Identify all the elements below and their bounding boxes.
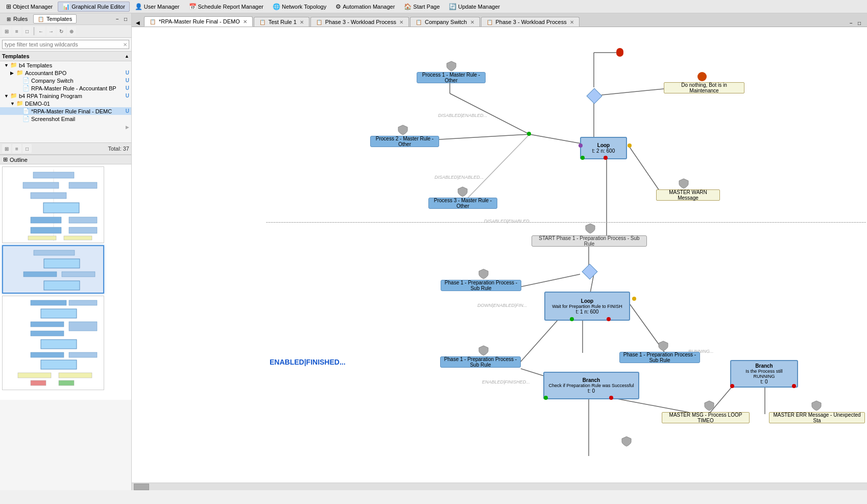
svg-rect-18 xyxy=(69,300,97,305)
canvas-area[interactable]: Process 1 - Master Rule - Other Process … xyxy=(132,27,867,483)
tree-scroll[interactable]: ▼ 📁 b4 Templates ▶ 📁 Accountant BPO U 📄 … xyxy=(0,61,131,143)
svg-rect-6 xyxy=(31,217,61,223)
canvas-scrollbar-h[interactable] xyxy=(132,483,867,490)
tree-toggle-b4templates[interactable]: ▼ xyxy=(4,63,10,68)
node-phase1-prep-lower-left[interactable]: Phase 1 - Preparation Process - Sub Rule xyxy=(440,356,521,368)
toolbar-list-view[interactable]: ≡ xyxy=(12,27,21,36)
shield-icon-bottom xyxy=(621,436,632,448)
menu-object-manager[interactable]: ⊞ Object Manager xyxy=(2,2,57,11)
menu-update-manager[interactable]: 🔄 Update Manager xyxy=(445,2,504,11)
red-status-dot xyxy=(616,50,623,57)
node-do-nothing[interactable]: Do nothing, Bot is in Maintenance xyxy=(664,82,744,93)
tree-toggle-b4rpa[interactable]: ▼ xyxy=(4,93,10,99)
menu-network-topology[interactable]: 🌐 Network Topology xyxy=(269,2,330,11)
node-branch-running[interactable]: Branch Is the Process still RUNNING t: 0 xyxy=(730,360,798,388)
toolbar-grid-view[interactable]: ⊞ xyxy=(2,27,11,36)
tree-item-screenshot[interactable]: 📄 Screenshot Email xyxy=(0,115,131,123)
outline-thumbnail-1[interactable] xyxy=(2,166,104,243)
loop-red-dot xyxy=(604,156,608,160)
bottom-toolbar-list[interactable]: ≡ xyxy=(12,144,21,153)
tree-item-companyswitch[interactable]: 📄 Company Switch U xyxy=(0,77,131,84)
svg-rect-19 xyxy=(41,309,77,318)
node-phase1-prep-lower-right[interactable]: Phase 1 - Preparation Process - Sub Rule xyxy=(619,352,700,363)
tree-header: Templates ▲ xyxy=(0,52,131,61)
indicator-company: U xyxy=(126,78,129,83)
menu-graphical-rule-editor[interactable]: 📊 Graphical Rule Editor xyxy=(58,2,130,12)
tree-item-demo01[interactable]: ▼ 📁 DEMO-01 xyxy=(0,100,131,107)
svg-rect-22 xyxy=(31,331,64,336)
toolbar-details-view[interactable]: □ xyxy=(22,27,32,36)
node-master-err[interactable]: MASTER ERR Message - Unexpected Sta xyxy=(769,412,865,423)
svg-rect-28 xyxy=(59,373,92,378)
bottom-toolbar-detail[interactable]: □ xyxy=(22,144,32,153)
menu-start-page[interactable]: 🏠 Start Page xyxy=(400,2,444,11)
diamond-1 xyxy=(587,88,602,104)
thumbnail-svg-3 xyxy=(3,296,104,390)
menu-schedule-report[interactable]: 📅 Schedule Report Manager xyxy=(185,2,268,11)
folder-icon: 📁 xyxy=(10,62,17,68)
canvas-svg xyxy=(132,27,867,483)
menu-user-manager[interactable]: 👤 User Manager xyxy=(131,2,184,11)
tab-templates[interactable]: 📋 Templates xyxy=(33,14,77,23)
node-branch-check[interactable]: Branch Check if Preparation Rule was Suc… xyxy=(543,372,639,399)
tab-close-1[interactable]: ✕ xyxy=(300,19,304,25)
menu-bar: ⊞ Object Manager 📊 Graphical Rule Editor… xyxy=(0,0,867,13)
tree-toggle-accountant[interactable]: ▶ xyxy=(10,70,16,76)
canvas-minimize[interactable]: − xyxy=(848,20,855,27)
tab-close-0[interactable]: ✕ xyxy=(243,19,247,25)
tab-rpa-master-final[interactable]: 📋 *RPA-Master Rule Final - DEMO ✕ xyxy=(144,16,253,27)
node-phase1-prep-upper[interactable]: Phase 1 - Preparation Process - Sub Rule xyxy=(441,280,521,291)
tab-close-3[interactable]: ✕ xyxy=(470,19,474,25)
left-panel: ⊞ Rules 📋 Templates − □ ⊞ ≡ □ ← → ↻ ⊕ xyxy=(0,13,132,490)
doc-icon: 📄 xyxy=(22,77,30,84)
tab-phase3-workload-2[interactable]: 📋 Phase 3 - Workload Process ✕ xyxy=(481,17,580,27)
tree-item-b4templates[interactable]: ▼ 📁 b4 Templates xyxy=(0,61,131,69)
tree-collapse-icon[interactable]: ▲ xyxy=(125,54,129,59)
bottom-toolbar-grid[interactable]: ⊞ xyxy=(2,144,11,153)
minimize-icon[interactable]: − xyxy=(114,16,121,22)
shield-icon-phase1-ll xyxy=(478,345,489,357)
tab-test-rule[interactable]: 📋 Test Rule 1 ✕ xyxy=(254,17,309,27)
node-start-phase1[interactable]: START Phase 1 - Preparation Process - Su… xyxy=(532,235,647,247)
merge-dot-green xyxy=(527,132,531,136)
folder-icon: 📁 xyxy=(10,92,17,99)
outline-content[interactable] xyxy=(0,164,131,400)
search-input[interactable] xyxy=(2,40,129,49)
doc-icon: 📄 xyxy=(22,85,30,91)
tree-toggle-demo01[interactable]: ▼ xyxy=(10,101,16,106)
toolbar-back[interactable]: ← xyxy=(36,27,45,36)
tree-item-rpamaster[interactable]: 📄 RPA-Master Rule - Accountant BP U xyxy=(0,84,131,92)
tree-item-accountantbpo[interactable]: ▶ 📁 Accountant BPO U xyxy=(0,69,131,77)
menu-automation-manager[interactable]: ⚙ Automation Manager xyxy=(331,2,399,11)
tab-phase3-workload-1[interactable]: 📋 Phase 3 - Workload Process ✕ xyxy=(310,17,409,27)
tab-company-switch[interactable]: 📋 Company Switch ✕ xyxy=(410,17,480,27)
shield-icon-2 xyxy=(397,124,408,136)
tab-close-4[interactable]: ✕ xyxy=(570,19,574,25)
canvas-tab-bar: ◀ 📋 *RPA-Master Rule Final - DEMO ✕ 📋 Te… xyxy=(132,13,867,27)
sub-tabs: ⊞ Rules 📋 Templates − □ xyxy=(0,13,131,25)
node-process1[interactable]: Process 1 - Master Rule - Other xyxy=(417,72,486,83)
toolbar-add[interactable]: ⊕ xyxy=(67,27,76,36)
toolbar-refresh[interactable]: ↻ xyxy=(57,27,66,36)
schedule-icon: 📅 xyxy=(189,3,197,10)
node-master-warn[interactable]: MASTER WARN Message xyxy=(656,189,720,201)
outline-thumbnail-2[interactable] xyxy=(2,245,104,294)
canvas-maximize[interactable]: □ xyxy=(856,20,863,27)
branch-check-red xyxy=(609,396,613,400)
tab-scroll-left[interactable]: ◀ xyxy=(134,19,142,27)
tree-item-rpamaster-final[interactable]: 📄 *RPA-Master Rule Final - DEMC U xyxy=(0,107,131,115)
tab-close-2[interactable]: ✕ xyxy=(399,19,403,25)
node-master-msg[interactable]: MASTER MSG - Process LOOP TIMEO xyxy=(662,412,750,423)
toolbar-forward[interactable]: → xyxy=(46,27,56,36)
search-clear-icon[interactable]: ✕ xyxy=(123,42,127,47)
node-loop-wait[interactable]: Loop Wait for Prepartion Rule to FINISH … xyxy=(544,292,630,321)
outline-thumbnail-3[interactable] xyxy=(2,296,104,390)
tab-rules[interactable]: ⊞ Rules xyxy=(2,14,32,23)
svg-rect-25 xyxy=(69,352,97,357)
node-process3[interactable]: Process 3 - Master Rule - Other xyxy=(428,198,497,209)
node-process2[interactable]: Process 2 - Master Rule - Other xyxy=(370,136,439,147)
disabled-label-2: DISABLED|ENABLED... xyxy=(435,175,484,180)
tree-item-b4rpa[interactable]: ▼ 📁 b4 RPA Training Program U xyxy=(0,92,131,100)
maximize-icon[interactable]: □ xyxy=(122,16,129,22)
svg-rect-15 xyxy=(62,272,95,277)
